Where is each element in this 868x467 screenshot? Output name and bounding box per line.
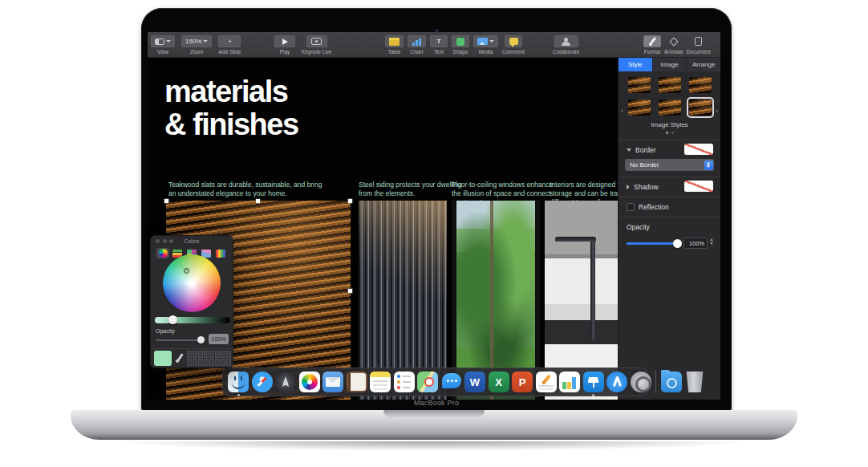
text-label: Text: [434, 49, 444, 55]
border-label: Border: [635, 146, 656, 154]
dock-system-preferences[interactable]: [631, 372, 651, 392]
dock-pages[interactable]: [536, 372, 557, 392]
image-styles-carousel: ‹ › Image Styles: [619, 71, 720, 134]
dock-finder[interactable]: [228, 372, 249, 392]
image-style-thumb-3[interactable]: [689, 77, 712, 93]
current-color-swatch[interactable]: [154, 351, 172, 366]
slide-title[interactable]: materials & finishes: [164, 75, 298, 141]
running-indicator: [592, 394, 594, 396]
saved-swatches-grid[interactable]: [187, 351, 231, 366]
selection-handle-top-right[interactable]: [348, 199, 352, 203]
chart-label: Chart: [411, 49, 424, 55]
dock-word[interactable]: W: [464, 372, 485, 392]
document-button[interactable]: Document: [687, 35, 711, 55]
running-indicator: [237, 394, 240, 396]
color-wheel[interactable]: [163, 254, 221, 312]
dock-photos[interactable]: [299, 372, 320, 392]
play-button[interactable]: Play: [274, 35, 295, 55]
dock-downloads-folder[interactable]: [661, 372, 682, 392]
plus-icon: +: [228, 38, 232, 45]
carousel-next-icon[interactable]: ›: [716, 107, 718, 115]
format-button[interactable]: Format: [643, 35, 661, 55]
disclosure-right-icon[interactable]: [627, 185, 630, 189]
reflection-checkbox[interactable]: [627, 203, 635, 211]
dock-notes[interactable]: [370, 372, 391, 392]
brightness-slider-knob[interactable]: [168, 315, 177, 324]
dock-maps[interactable]: [417, 372, 438, 392]
caption-steel[interactable]: Steel siding protects your dwelling from…: [359, 181, 462, 198]
dock-powerpoint[interactable]: P: [512, 372, 533, 392]
chart-button[interactable]: Chart: [408, 35, 426, 55]
shape-button[interactable]: Shape: [452, 35, 469, 55]
carousel-prev-icon[interactable]: ‹: [621, 107, 623, 115]
macbook-frame: View 150% Zoom + Add Slide Play: [141, 8, 732, 412]
opacity-stepper-icon[interactable]: [710, 238, 713, 245]
brightness-slider-track[interactable]: [155, 317, 230, 323]
slide-title-line1: materials: [164, 75, 298, 108]
dock-keynote[interactable]: [583, 372, 604, 392]
opacity-slider-row: 100%: [619, 234, 720, 252]
image-style-thumb-5[interactable]: [659, 99, 681, 116]
view-button[interactable]: View: [151, 35, 175, 55]
dock-numbers[interactable]: [559, 372, 580, 392]
keynote-live-button[interactable]: Keynote Live: [302, 35, 332, 55]
add-slide-button[interactable]: + Add Slide: [218, 35, 241, 55]
colors-opacity-value[interactable]: 100%: [209, 334, 229, 344]
dock-messages[interactable]: [441, 372, 462, 392]
tab-arrange[interactable]: Arrange: [687, 58, 720, 71]
image-style-thumb-4[interactable]: [628, 99, 651, 116]
colors-titlebar[interactable]: Colors: [151, 236, 233, 245]
animate-button[interactable]: Animate: [664, 35, 683, 55]
format-label: Format: [644, 49, 661, 55]
macbook-pro-label: MacBook Pro: [141, 399, 732, 407]
dock-app-store[interactable]: [606, 372, 627, 392]
opacity-slider-knob[interactable]: [673, 239, 682, 248]
text-button[interactable]: T Text: [430, 35, 448, 55]
tab-style[interactable]: Style: [619, 58, 653, 71]
dock-launchpad[interactable]: [275, 372, 296, 392]
selection-handle-top-center[interactable]: [256, 199, 260, 203]
collaborate-button[interactable]: Collaborate: [553, 35, 579, 55]
image-style-thumb-1[interactable]: [628, 77, 651, 93]
collaborate-icon: [562, 38, 570, 46]
colors-opacity-knob[interactable]: [197, 336, 205, 343]
window-traffic-lights[interactable]: [156, 239, 173, 243]
dock-safari[interactable]: [252, 372, 273, 392]
eyedropper-icon[interactable]: [176, 352, 185, 364]
dock-excel[interactable]: X: [489, 372, 509, 392]
dock-separator: [655, 371, 656, 393]
color-wheel-tab[interactable]: [156, 248, 169, 258]
tab-image[interactable]: Image: [653, 58, 688, 71]
shadow-swatch-none[interactable]: [684, 181, 713, 192]
caption-teakwood[interactable]: Teakwood slats are durable, sustainable,…: [168, 181, 322, 198]
border-swatch-none[interactable]: [684, 144, 713, 155]
dock-reminders[interactable]: [394, 372, 415, 392]
stepper-icon[interactable]: [704, 160, 713, 170]
media-button[interactable]: Media: [473, 35, 498, 55]
view-label: View: [157, 49, 168, 55]
dock-contacts[interactable]: [347, 372, 367, 392]
disclosure-down-icon[interactable]: [627, 148, 631, 152]
reflection-label: Reflection: [639, 203, 669, 211]
pencils-tab[interactable]: [214, 248, 227, 258]
image-style-thumb-6-selected[interactable]: [689, 99, 712, 116]
colors-panel[interactable]: Colors Opacity 100%: [150, 235, 233, 368]
border-style-select[interactable]: No Border: [625, 159, 714, 171]
comment-button[interactable]: Comment: [502, 35, 525, 55]
image-style-thumb-2[interactable]: [659, 77, 681, 93]
selection-handle-middle-right[interactable]: [348, 289, 352, 293]
opacity-slider-track[interactable]: [627, 242, 678, 245]
opacity-value-field[interactable]: 100%: [683, 238, 708, 249]
opacity-label: Opacity: [627, 223, 650, 231]
selection-handle-top-left[interactable]: [164, 199, 168, 203]
media-icon: [477, 38, 488, 45]
chevron-down-icon: [489, 40, 494, 43]
dock-mail[interactable]: [322, 372, 343, 392]
zoom-button[interactable]: 150% Zoom: [181, 35, 212, 55]
table-icon: [389, 38, 400, 46]
color-wheel-selection-marker[interactable]: [184, 268, 189, 274]
table-button[interactable]: Table: [385, 35, 404, 55]
chart-icon: [412, 38, 422, 46]
carousel-page-dots[interactable]: [628, 132, 711, 134]
keynote-live-label: Keynote Live: [302, 49, 332, 55]
